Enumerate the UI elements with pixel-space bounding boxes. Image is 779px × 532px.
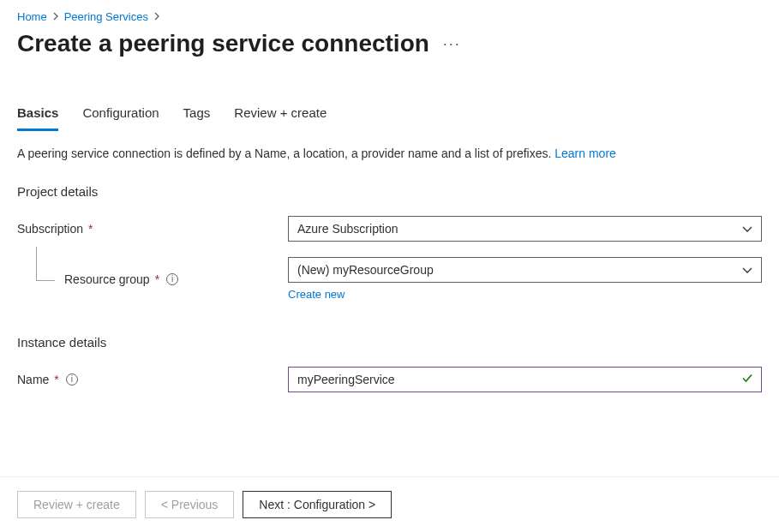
checkmark-icon	[741, 373, 753, 387]
learn-more-link[interactable]: Learn more	[554, 146, 616, 160]
project-details-header: Project details	[17, 184, 762, 199]
tab-basics[interactable]: Basics	[17, 105, 58, 131]
info-icon[interactable]: i	[66, 374, 78, 386]
required-asterisk: *	[54, 373, 58, 386]
name-input[interactable]	[288, 367, 762, 392]
name-input-wrap	[288, 367, 762, 392]
breadcrumb: Home Peering Services	[17, 10, 762, 23]
more-actions-button[interactable]: ···	[443, 36, 461, 51]
previous-button[interactable]: < Previous	[145, 491, 235, 518]
create-new-link[interactable]: Create new	[288, 288, 345, 301]
name-label: Name * i	[17, 373, 288, 386]
description-text: A peering service connection is defined …	[17, 146, 762, 160]
tab-tags[interactable]: Tags	[183, 105, 211, 131]
page-title-row: Create a peering service connection ···	[17, 30, 762, 57]
name-label-text: Name	[17, 373, 49, 386]
footer-actions: Review + create < Previous Next : Config…	[0, 476, 779, 532]
breadcrumb-peering-services[interactable]: Peering Services	[64, 10, 148, 23]
tab-configuration[interactable]: Configuration	[82, 105, 159, 131]
tree-connector	[36, 247, 55, 281]
resource-group-label-text: Resource group	[64, 272, 150, 286]
resource-group-select[interactable]: (New) myResourceGroup	[288, 257, 762, 283]
instance-details-header: Instance details	[17, 335, 762, 350]
project-details-section: Project details Subscription * Azure Sub…	[17, 184, 762, 301]
subscription-select[interactable]: Azure Subscription	[288, 216, 762, 242]
resource-group-value: (New) myResourceGroup	[297, 263, 434, 277]
info-icon[interactable]: i	[166, 273, 178, 285]
next-button[interactable]: Next : Configuration >	[243, 491, 392, 518]
tab-review-create[interactable]: Review + create	[234, 105, 327, 131]
resource-group-row: Resource group * i (New) myResourceGroup…	[17, 257, 762, 301]
required-asterisk: *	[88, 222, 93, 236]
subscription-label: Subscription *	[17, 222, 288, 236]
subscription-value: Azure Subscription	[297, 222, 398, 236]
chevron-right-icon	[153, 12, 160, 22]
review-create-button[interactable]: Review + create	[17, 491, 136, 518]
breadcrumb-home[interactable]: Home	[17, 10, 47, 23]
tabs: Basics Configuration Tags Review + creat…	[17, 105, 762, 131]
name-row: Name * i	[17, 367, 762, 392]
required-asterisk: *	[155, 272, 159, 286]
instance-details-section: Instance details Name * i	[17, 335, 762, 392]
resource-group-label: Resource group * i	[17, 272, 288, 286]
subscription-label-text: Subscription	[17, 222, 83, 236]
chevron-down-icon	[742, 263, 752, 277]
page-title: Create a peering service connection	[17, 30, 429, 57]
description-content: A peering service connection is defined …	[17, 146, 554, 160]
chevron-right-icon	[52, 12, 59, 22]
chevron-down-icon	[742, 222, 752, 236]
subscription-row: Subscription * Azure Subscription	[17, 216, 762, 242]
